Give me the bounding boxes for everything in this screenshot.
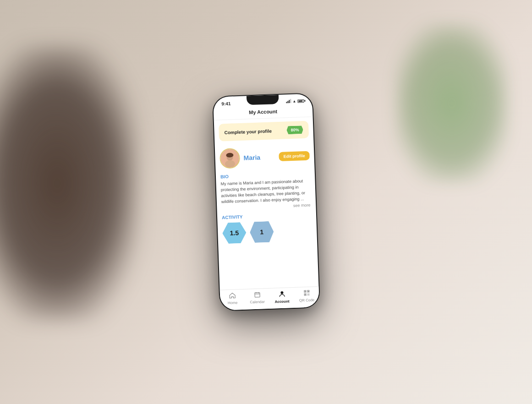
status-icons: ▲ bbox=[286, 98, 304, 103]
account-icon bbox=[279, 291, 285, 299]
svg-rect-5 bbox=[254, 293, 259, 297]
bg-plant-blur bbox=[395, 23, 509, 183]
calendar-icon bbox=[254, 292, 260, 299]
avatar-image bbox=[220, 149, 239, 168]
avatar[interactable] bbox=[219, 148, 240, 169]
svg-rect-11 bbox=[304, 291, 305, 292]
nav-label-qrcode: QR Code bbox=[299, 298, 314, 302]
svg-rect-19 bbox=[308, 295, 309, 295]
profile-completion-text: Complete your profile bbox=[224, 128, 272, 135]
nav-item-qrcode[interactable]: QR Code bbox=[294, 289, 319, 303]
svg-rect-16 bbox=[307, 294, 308, 295]
nav-label-calendar: Calendar bbox=[250, 300, 265, 304]
home-icon bbox=[229, 292, 236, 300]
profile-percent-badge: 80% bbox=[286, 126, 303, 134]
activity-title: ACTIVITY bbox=[221, 212, 311, 220]
hex-badge-0: 1.5 bbox=[222, 222, 247, 244]
svg-rect-13 bbox=[307, 291, 308, 292]
svg-rect-17 bbox=[308, 294, 309, 295]
wifi-icon: ▲ bbox=[292, 99, 296, 103]
hex-value-1: 1 bbox=[260, 228, 263, 235]
activity-badges: 1.5 1 bbox=[222, 220, 312, 244]
page-title: My Account bbox=[248, 109, 277, 115]
profile-name: Maria bbox=[243, 153, 275, 161]
svg-rect-18 bbox=[307, 295, 308, 295]
activity-section: ACTIVITY 1.5 1 bbox=[217, 210, 317, 246]
bio-text: My name is Maria and I am passionate abo… bbox=[220, 178, 311, 205]
signal-icon bbox=[286, 99, 291, 103]
bottom-nav: Home Calendar bbox=[219, 286, 319, 311]
phone-notch bbox=[246, 95, 279, 105]
edit-profile-button[interactable]: Edit profile bbox=[279, 151, 310, 161]
battery-icon bbox=[297, 99, 304, 102]
qrcode-icon bbox=[303, 290, 310, 297]
nav-item-calendar[interactable]: Calendar bbox=[244, 291, 269, 305]
phone-screen: 9:41 ▲ My Ac bbox=[213, 93, 319, 310]
nav-label-account: Account bbox=[274, 299, 289, 304]
avatar-svg bbox=[220, 149, 239, 168]
nav-item-account[interactable]: Account bbox=[269, 290, 294, 304]
phone-device-wrapper: 9:41 ▲ My Ac bbox=[212, 93, 320, 311]
hex-value-0: 1.5 bbox=[230, 229, 239, 237]
bg-person-blur bbox=[0, 46, 137, 321]
nav-label-home: Home bbox=[227, 300, 237, 305]
status-time: 9:41 bbox=[221, 101, 230, 106]
bio-section: BIO My name is Maria and I am passionate… bbox=[215, 169, 316, 213]
profile-completion-banner[interactable]: Complete your profile 80% bbox=[218, 121, 308, 142]
app-content: My Account Complete your profile 80% bbox=[213, 104, 319, 310]
phone-device: 9:41 ▲ My Ac bbox=[212, 93, 320, 311]
hex-badge-1: 1 bbox=[249, 221, 274, 243]
activity-badge-0: 1.5 bbox=[222, 222, 247, 244]
activity-badge-1: 1 bbox=[249, 221, 274, 243]
svg-point-9 bbox=[280, 291, 283, 294]
profile-section: Maria Edit profile bbox=[214, 142, 314, 173]
nav-item-home[interactable]: Home bbox=[219, 292, 245, 306]
svg-rect-15 bbox=[304, 294, 305, 295]
